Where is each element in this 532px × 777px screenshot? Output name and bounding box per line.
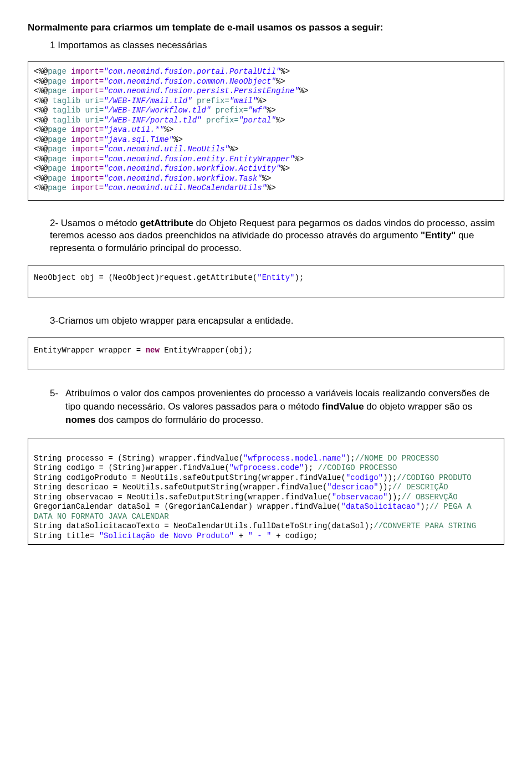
page-title: Normalmente para criarmos um template de… (28, 22, 504, 33)
code-block-getattribute: NeoObject obj = (NeoObject)request.getAt… (28, 265, 504, 298)
bold-findvalue: findValue (322, 401, 364, 412)
text: do objeto wrapper são os (364, 401, 473, 412)
bold-getattribute: getAttribute (140, 218, 193, 228)
code-block-wrapper: EntityWrapper wrapper = new EntityWrappe… (28, 338, 504, 371)
code-block-imports: <%@page import="com.neomind.fusion.porta… (28, 61, 504, 201)
step-2-paragraph: 2- Usamos o método getAttribute do Objet… (50, 217, 504, 255)
step-3: 3-Criamos um objeto wrapper para encapsu… (50, 315, 504, 328)
bold-nomes: nomes (65, 415, 96, 425)
list-marker: 5- (50, 387, 65, 400)
text: 2- Usamos o método (50, 218, 140, 228)
step-5: 5-Atribuímos o valor dos campos provenie… (65, 387, 504, 426)
bold-entity: "Entity" (421, 230, 456, 241)
text: dos campos do formulário do processo. (96, 415, 263, 425)
step-1: 1 Importamos as classes necessárias (50, 40, 504, 51)
code-block-variables: String processo = (String) wrapper.findV… (28, 438, 504, 545)
